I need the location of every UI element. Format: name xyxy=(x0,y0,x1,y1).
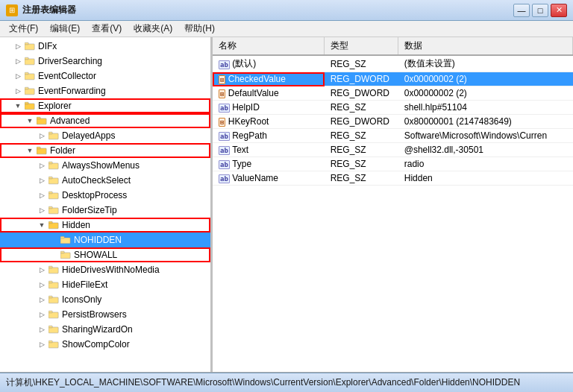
table-row[interactable]: ⊞ CheckedValueREG_DWORD0x00000002 (2) xyxy=(213,72,573,86)
tree-item-alwaysshowmenus[interactable]: ▷ AlwaysShowMenus xyxy=(0,158,210,173)
svg-rect-40 xyxy=(48,342,58,348)
tree-toggle-alwaysshowmenus[interactable]: ▷ xyxy=(36,159,48,171)
tree-toggle-delayedapps[interactable]: ▷ xyxy=(36,130,48,142)
reg-name-text: HKeyRoot xyxy=(228,116,269,127)
col-data[interactable]: 数据 xyxy=(398,37,573,55)
svg-rect-1 xyxy=(25,42,28,45)
svg-rect-27 xyxy=(60,236,64,238)
folder-icon-foldersizetip xyxy=(48,205,60,215)
tree-toggle-desktopprocess[interactable]: ▷ xyxy=(36,189,48,201)
reg-type-icon: ⊞ xyxy=(219,88,228,98)
tree-item-nohidden[interactable]: NOHIDDEN xyxy=(0,233,210,247)
tree-item-persistbrowsers[interactable]: ▷ PersistBrowsers xyxy=(0,307,210,322)
tree-toggle-iconsonly[interactable]: ▷ xyxy=(36,294,48,306)
tree-toggle-showcompcolor[interactable]: ▷ xyxy=(36,338,48,350)
tree-label-advanced: Advanced xyxy=(50,116,90,125)
tree-toggle-explorer[interactable]: ▼ xyxy=(12,100,24,112)
tree-toggle-nohidden xyxy=(48,234,60,246)
tree-toggle-eventforwarding[interactable]: ▷ xyxy=(12,85,24,97)
reg-name-cell: ab RegPath xyxy=(213,129,325,143)
table-row[interactable]: ⊞ DefaultValueREG_DWORD0x00000002 (2) xyxy=(213,86,573,101)
tree-toggle-sharingwizardon[interactable]: ▷ xyxy=(36,323,48,335)
tree-item-delayedapps[interactable]: ▷ DelayedApps xyxy=(0,128,210,143)
tree-label-folder: Folder xyxy=(50,146,75,155)
ab-icon: ab xyxy=(219,104,230,113)
tree-item-advanced[interactable]: ▼ Advanced xyxy=(0,113,210,128)
tree-toggle-hidedrivesnomedia[interactable]: ▷ xyxy=(36,264,48,276)
tree-item-difx[interactable]: ▷ DIFx xyxy=(0,39,210,54)
tree-panel[interactable]: ▷ DIFx▷ DriverSearching▷ EventCollector▷… xyxy=(0,37,213,372)
tree-toggle-difx[interactable]: ▷ xyxy=(12,40,24,52)
menu-item-查看(V)[interactable]: 查看(V) xyxy=(86,21,128,37)
tree-item-driversearching[interactable]: ▷ DriverSearching xyxy=(0,54,210,69)
tree-item-folder[interactable]: ▼ Folder xyxy=(0,143,210,158)
reg-type-icon: ab xyxy=(219,145,232,155)
close-button[interactable]: ✕ xyxy=(551,4,567,17)
svg-rect-23 xyxy=(48,206,52,209)
table-row[interactable]: ab TypeREG_SZradio xyxy=(213,157,573,171)
tree-item-eventcollector[interactable]: ▷ EventCollector xyxy=(0,69,210,83)
tree-toggle-eventcollector[interactable]: ▷ xyxy=(12,70,24,82)
tree-item-sharingwizardon[interactable]: ▷ SharingWizardOn xyxy=(0,322,210,337)
maximize-button[interactable]: □ xyxy=(532,4,548,17)
tree-item-hidden[interactable]: ▼ Hidden xyxy=(0,218,210,233)
table-row[interactable]: ab TextREG_SZ@shell32.dll,-30501 xyxy=(213,143,573,157)
col-type[interactable]: 类型 xyxy=(325,37,398,55)
tree-toggle-autocheckselect[interactable]: ▷ xyxy=(36,174,48,186)
table-row[interactable]: ab (默认)REG_SZ(数值未设置) xyxy=(213,55,573,72)
table-row[interactable]: ⊞ HKeyRootREG_DWORD0x80000001 (214748364… xyxy=(213,115,573,129)
tree-item-autocheckselect[interactable]: ▷ AutoCheckSelect xyxy=(0,173,210,188)
svg-rect-18 xyxy=(48,178,58,184)
folder-icon-hidden xyxy=(48,220,60,230)
svg-rect-41 xyxy=(48,341,52,343)
tree-toggle-foldersizetip[interactable]: ▷ xyxy=(36,204,48,216)
tree-toggle-persistbrowsers[interactable]: ▷ xyxy=(36,309,48,320)
tree-item-explorer[interactable]: ▼ Explorer xyxy=(0,98,210,113)
tree-item-foldersizetip[interactable]: ▷ FolderSizeTip xyxy=(0,203,210,218)
folder-icon-folder xyxy=(36,145,48,156)
tree-item-hidedrivesnomedia[interactable]: ▷ HideDrivesWithNoMedia xyxy=(0,262,210,277)
reg-type-cell: REG_DWORD xyxy=(325,115,398,129)
tree-label-autocheckselect: AutoCheckSelect xyxy=(62,176,131,185)
col-name[interactable]: 名称 xyxy=(213,37,325,55)
minimize-button[interactable]: — xyxy=(513,4,530,17)
menu-item-帮助(H)[interactable]: 帮助(H) xyxy=(178,21,221,37)
tree-item-hidefileext[interactable]: ▷ HideFileExt xyxy=(0,277,210,292)
folder-icon-alwaysshowmenus xyxy=(48,160,60,171)
reg-data-cell: (数值未设置) xyxy=(398,55,573,72)
ab-icon: ab xyxy=(219,146,230,155)
table-row[interactable]: ab HelpIDREG_SZshell.hlp#51104 xyxy=(213,101,573,115)
tree-item-iconsonly[interactable]: ▷ IconsOnly xyxy=(0,292,210,307)
folder-icon-showcompcolor xyxy=(48,339,60,350)
folder-icon-driversearching xyxy=(24,56,36,66)
svg-rect-39 xyxy=(48,326,52,328)
menu-item-编辑(E)[interactable]: 编辑(E) xyxy=(44,21,86,37)
tree-label-hidden: Hidden xyxy=(62,221,90,230)
tree-toggle-folder[interactable]: ▼ xyxy=(24,145,36,157)
reg-name-text: Text xyxy=(232,145,248,155)
tree-toggle-hidefileext[interactable]: ▷ xyxy=(36,279,48,291)
menu-item-文件(F)[interactable]: 文件(F) xyxy=(3,21,44,37)
menu-item-收藏夹(A)[interactable]: 收藏夹(A) xyxy=(128,21,178,37)
registry-panel[interactable]: 名称 类型 数据 ab (默认)REG_SZ(数值未设置)⊞ CheckedVa… xyxy=(213,37,573,372)
svg-rect-0 xyxy=(25,44,34,50)
reg-name-cell: ⊞ HKeyRoot xyxy=(213,115,325,129)
tree-item-showall[interactable]: SHOWALL xyxy=(0,247,210,262)
table-row[interactable]: ab ValueNameREG_SZHidden xyxy=(213,171,573,186)
svg-rect-5 xyxy=(25,72,28,75)
reg-data-cell: radio xyxy=(398,157,573,171)
folder-icon-showall xyxy=(60,250,72,260)
svg-rect-25 xyxy=(48,221,52,224)
tree-toggle-advanced[interactable]: ▼ xyxy=(24,115,36,127)
tree-label-hidedrivesnomedia: HideDrivesWithNoMedia xyxy=(62,265,160,274)
table-row[interactable]: ab RegPathREG_SZSoftware\Microsoft\Windo… xyxy=(213,129,573,143)
tree-toggle-driversearching[interactable]: ▷ xyxy=(12,55,24,67)
svg-rect-29 xyxy=(60,251,64,253)
svg-rect-34 xyxy=(48,297,58,303)
tree-toggle-hidden[interactable]: ▼ xyxy=(36,219,48,231)
tree-label-desktopprocess: DesktopProcess xyxy=(62,191,127,200)
svg-rect-20 xyxy=(48,193,58,199)
tree-item-eventforwarding[interactable]: ▷ EventForwarding xyxy=(0,83,210,98)
tree-item-showcompcolor[interactable]: ▷ ShowCompColor xyxy=(0,337,210,352)
tree-item-desktopprocess[interactable]: ▷ DesktopProcess xyxy=(0,188,210,203)
